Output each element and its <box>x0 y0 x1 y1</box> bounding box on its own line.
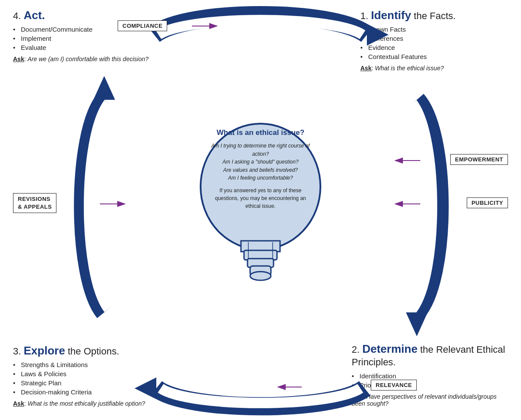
center-sub-q2: Am I asking a "should" question? <box>222 159 298 165</box>
empowerment-label: EMPOWERMENT <box>455 156 503 163</box>
revisions-label: REVISIONS& APPEALS <box>18 196 52 210</box>
center-sub-q4: Am I feeling uncomfortable? <box>228 175 293 181</box>
svg-marker-6 <box>93 76 115 100</box>
center-sub-questions: Am I trying to determine the right cours… <box>208 142 313 182</box>
revisions-label-box: REVISIONS& APPEALS <box>13 193 56 213</box>
center-conclusion: If you answered yes to any of these ques… <box>208 187 313 210</box>
svg-marker-4 <box>406 312 428 336</box>
publicity-label-box: PUBLICITY <box>467 197 508 208</box>
center-content: What is an ethical issue? Am I trying to… <box>208 128 313 210</box>
relevance-label-box: RELEVANCE <box>371 380 417 390</box>
svg-marker-5 <box>135 377 156 399</box>
svg-marker-3 <box>367 24 389 46</box>
compliance-label-box: COMPLIANCE <box>118 20 167 31</box>
center-sub-q1: Am I trying to determine the right cours… <box>211 143 310 157</box>
publicity-label: PUBLICITY <box>472 200 503 206</box>
empowerment-label-box: EMPOWERMENT <box>450 154 508 165</box>
svg-point-12 <box>250 272 271 280</box>
page: 4. Act. Document/Communicate Implement E… <box>0 0 521 420</box>
relevance-label: RELEVANCE <box>376 382 412 388</box>
center-main-question: What is an ethical issue? <box>208 128 313 138</box>
center-sub-q3: Are values and beliefs involved? <box>223 167 298 173</box>
compliance-label: COMPLIANCE <box>122 23 162 29</box>
